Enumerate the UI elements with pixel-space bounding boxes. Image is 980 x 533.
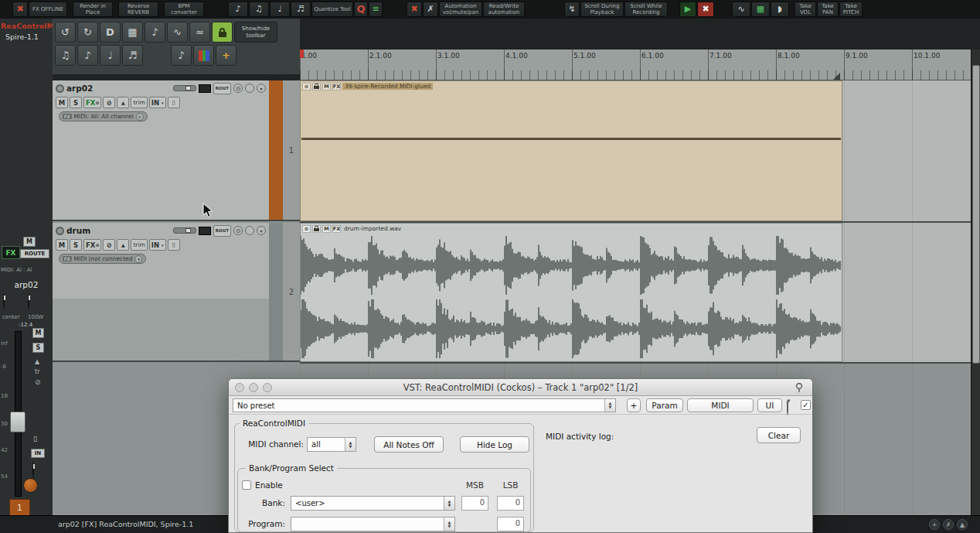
mixer-solo-button[interactable]: S xyxy=(32,343,44,353)
wet-dry-knob[interactable] xyxy=(787,399,788,415)
item-fx-icon[interactable]: FX xyxy=(332,83,341,91)
program-stepper[interactable] xyxy=(444,518,454,531)
mute-x-icon[interactable]: ✖ xyxy=(407,2,422,17)
selection-end-marker[interactable] xyxy=(833,73,840,80)
midi-channel-stepper[interactable] xyxy=(345,438,356,451)
track-color-strip[interactable] xyxy=(269,80,283,220)
edit-cursor-marker[interactable] xyxy=(300,50,304,58)
mixer-fx-button[interactable]: FX xyxy=(2,246,20,259)
mixer-route-button[interactable]: ROUTE xyxy=(20,249,49,258)
bank-stepper[interactable] xyxy=(444,497,454,510)
volume-fader-handle[interactable] xyxy=(10,412,26,432)
runner-icon[interactable]: ↯ xyxy=(564,2,580,17)
fx-wet-knob[interactable] xyxy=(23,478,38,493)
track-panel-drum[interactable]: drum ROUT ⊙ ▾ M S FX⊘ ⊘ ▲ trim IN ▾ ▯ FX xyxy=(53,223,300,362)
take-vol-button[interactable]: Take VOL xyxy=(795,2,816,17)
timeline-ruler[interactable]: 1.00 2.1.00 3.1.00 4.1.00 5.1.00 6.1.00 … xyxy=(300,50,971,80)
fx-window[interactable]: VST: ReaControlMIDI (Cockos) – Track 1 "… xyxy=(228,378,813,533)
bank-dropdown[interactable]: <user> xyxy=(291,496,455,511)
add-preset-button[interactable]: + xyxy=(627,398,641,412)
chevron-down-icon[interactable]: ▾ xyxy=(136,113,144,121)
fx-bypass-button[interactable]: ⊘ xyxy=(103,239,115,251)
show-hide-toolbar-button[interactable]: Show/hide toolbar xyxy=(234,22,277,43)
trim-icon[interactable]: tr xyxy=(35,368,39,375)
param-button[interactable]: Param xyxy=(646,398,683,412)
d-tool-icon[interactable]: D xyxy=(100,22,121,43)
trim-button[interactable]: trim xyxy=(131,239,147,251)
item-lock-icon[interactable] xyxy=(312,225,321,233)
mixer-mute2-button[interactable]: M xyxy=(32,328,44,338)
render-in-place-button[interactable]: Render in Place xyxy=(73,2,113,17)
mixer-track-name[interactable]: arp02 xyxy=(0,280,53,289)
mute-button[interactable]: M xyxy=(56,239,68,251)
stop-x-icon[interactable]: ✖ xyxy=(697,2,714,17)
enable-checkbox[interactable] xyxy=(242,480,251,490)
note-icon[interactable]: ♩ xyxy=(100,45,121,66)
program-lsb-field[interactable]: 0 xyxy=(497,517,524,531)
track-lane-drum[interactable]: ⊙ M FX drum-imported.wav xyxy=(300,223,971,362)
bank-msb-field[interactable]: 0 xyxy=(461,496,488,511)
item-mute-icon[interactable]: M xyxy=(322,225,331,233)
midi-channel-dropdown[interactable]: all xyxy=(307,437,356,452)
color-columns-icon[interactable] xyxy=(193,45,214,66)
fx-offline-button[interactable]: FX OFFLINE xyxy=(29,2,67,17)
zigzag-icon[interactable]: ∿ xyxy=(167,22,188,43)
routing-button[interactable]: ROUT xyxy=(213,225,231,237)
close-window-button[interactable] xyxy=(235,383,244,392)
scrollbar-handle[interactable] xyxy=(972,65,980,364)
item-fx-icon[interactable]: FX xyxy=(332,225,341,233)
phase-button[interactable]: ▾ xyxy=(257,226,266,235)
note-beam-icon[interactable]: ♬ xyxy=(291,2,311,17)
track-routing-pill[interactable]: FX MIDI: All: All channel ▾ xyxy=(59,111,148,121)
scroll-while-recording-button[interactable]: Scroll While Recording xyxy=(624,2,668,17)
fx-button[interactable]: FX⊘ xyxy=(83,97,101,108)
color-plus-icon[interactable]: + xyxy=(216,45,236,66)
mixer-midi-routing-label[interactable]: MIDI: Al : Al xyxy=(1,267,32,273)
preset-stepper[interactable] xyxy=(604,399,615,412)
mixer-mute-button[interactable]: M xyxy=(23,237,36,247)
item-lock-icon[interactable] xyxy=(312,83,321,91)
track-volume-slider[interactable] xyxy=(173,85,196,91)
program-dropdown[interactable] xyxy=(291,517,455,531)
minimize-window-button[interactable] xyxy=(249,383,258,392)
record-arm-button[interactable] xyxy=(56,84,64,93)
comet-icon[interactable]: ◗ xyxy=(771,2,789,17)
envelope-icon[interactable]: ▲ xyxy=(35,358,39,365)
track-panel-arp02[interactable]: arp02 ROUT ⊙ ▾ M S FX⊘ ⊘ ▲ trim IN ▾ ▯ F… xyxy=(53,80,300,221)
track-tab[interactable]: 1 xyxy=(9,499,30,515)
play-icon[interactable]: ▶ xyxy=(679,2,696,17)
clear-button[interactable]: Clear xyxy=(757,427,801,443)
all-notes-off-button[interactable]: All Notes Off xyxy=(374,436,444,453)
loop-red-icon[interactable]: ↺ xyxy=(55,22,76,43)
width-knob[interactable] xyxy=(28,293,29,309)
note-icon[interactable]: ♫ xyxy=(55,45,76,66)
track-routing-pill[interactable]: FX MIDI (not connected ▾ xyxy=(59,254,146,264)
take-pitch-button[interactable]: Take PITCH xyxy=(839,2,863,17)
zoom-out-icon[interactable]: ✗ xyxy=(943,519,954,530)
phase-icon[interactable]: ⊘ xyxy=(35,378,41,386)
loop-green-icon[interactable]: ↻ xyxy=(77,22,98,43)
solo-button[interactable]: S xyxy=(70,97,82,108)
solo-button[interactable]: S xyxy=(70,239,82,251)
envelope-clock-button[interactable]: ⊙ xyxy=(233,84,243,93)
fx-param-button[interactable] xyxy=(245,84,254,93)
send-knob[interactable] xyxy=(32,462,34,478)
item-group-icon[interactable]: ⊙ xyxy=(302,225,311,233)
note-icon[interactable]: ♬ xyxy=(122,45,143,66)
fx-window-titlebar[interactable]: VST: ReaControlMIDI (Cockos) – Track 1 "… xyxy=(229,379,812,396)
fx-bypass-button[interactable]: ⊘ xyxy=(103,97,115,108)
bank-lsb-field[interactable]: 0 xyxy=(497,496,524,511)
dock-close-icon[interactable]: ✖ xyxy=(12,2,28,17)
wave-grid-icon[interactable]: ▦ xyxy=(751,2,770,17)
bpm-converter-button[interactable]: BPM converter xyxy=(164,2,204,17)
quantize-tool-button[interactable]: Quantize Tool xyxy=(311,2,353,17)
preset-dropdown[interactable]: No preset xyxy=(233,398,616,412)
scroll-up-icon[interactable]: ▲ xyxy=(957,519,968,530)
take-pan-button[interactable]: Take PAN xyxy=(817,2,839,17)
routing-button[interactable]: ROUT xyxy=(213,83,231,94)
note-grid-icon[interactable]: ♪ xyxy=(145,22,165,43)
envelope-button[interactable]: ▲ xyxy=(117,97,129,108)
note-length-icon[interactable]: ♪ xyxy=(228,2,248,17)
monitor-button[interactable]: ▯ xyxy=(168,239,180,251)
list-icon[interactable]: ≡ xyxy=(369,2,383,17)
